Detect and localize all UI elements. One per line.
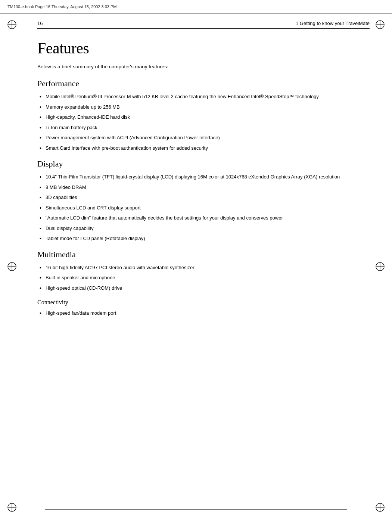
corner-mark-ml <box>7 261 17 272</box>
page-header-row: 16 1 Getting to know your TravelMate <box>37 21 370 29</box>
list-item: 16-bit high-fidelity AC'97 PCI stereo au… <box>37 264 370 271</box>
list-item: Built-in speaker and microphone <box>37 274 370 281</box>
corner-mark-bl <box>7 502 17 513</box>
section-heading-display: Display <box>37 159 370 169</box>
list-item: Memory expandable up to 256 MB <box>37 103 370 111</box>
connectivity-list: High-speed fax/data modem port <box>37 309 370 317</box>
page: TM100-e.book Page 16 Thursday, August 15… <box>0 0 392 532</box>
list-item: Mobile Intel® Pentium® III Processor-M w… <box>37 93 370 100</box>
section-heading-multimedia: Multimedia <box>37 250 370 259</box>
corner-mark-br <box>375 502 385 513</box>
list-item: "Automatic LCD dim" feature that automat… <box>37 214 370 222</box>
section-heading-connectivity: Connectivity <box>37 299 370 306</box>
list-item: Power management system with ACPI (Advan… <box>37 134 370 141</box>
list-item: Dual display capability <box>37 225 370 232</box>
list-item: 8 MB Video DRAM <box>37 184 370 191</box>
list-item: 3D capabilities <box>37 194 370 201</box>
corner-mark-tr <box>375 19 385 30</box>
list-item: Tablet mode for LCD panel (Rotatable dis… <box>37 235 370 242</box>
list-item: High-capacity, Enhanced-IDE hard disk <box>37 113 370 121</box>
list-item: Li-Ion main battery pack <box>37 124 370 131</box>
display-list: 10.4" Thin-Film Transistor (TFT) liquid-… <box>37 173 370 242</box>
corner-mark-mr <box>375 261 385 272</box>
header-bar: TM100-e.book Page 16 Thursday, August 15… <box>0 0 392 13</box>
page-title: Features <box>37 39 370 57</box>
list-item: High-speed optical (CD-ROM) drive <box>37 284 370 292</box>
multimedia-list: 16-bit high-fidelity AC'97 PCI stereo au… <box>37 264 370 292</box>
chapter-title: 1 Getting to know your TravelMate <box>296 21 370 26</box>
list-item: 10.4" Thin-Film Transistor (TFT) liquid-… <box>37 173 370 181</box>
page-number: 16 <box>37 21 43 26</box>
header-filename: TM100-e.book Page 16 Thursday, August 15… <box>7 4 117 9</box>
section-heading-performance: Performance <box>37 79 370 88</box>
intro-paragraph: Below is a brief summary of the computer… <box>37 63 370 71</box>
list-item: Smart Card interface with pre-boot authe… <box>37 144 370 152</box>
list-item: Simultaneous LCD and CRT display support <box>37 204 370 212</box>
main-content: 16 1 Getting to know your TravelMate Fea… <box>37 21 370 510</box>
corner-mark-tl <box>7 19 17 30</box>
performance-list: Mobile Intel® Pentium® III Processor-M w… <box>37 93 370 152</box>
list-item: High-speed fax/data modem port <box>37 309 370 317</box>
